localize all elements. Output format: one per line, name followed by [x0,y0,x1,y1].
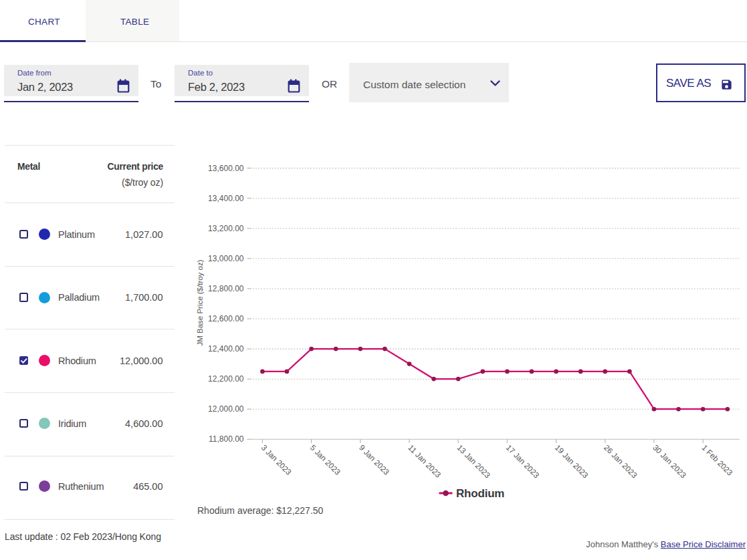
svg-text:1 Feb 2023: 1 Feb 2023 [700,443,734,477]
svg-text:Rhodium: Rhodium [456,487,504,500]
svg-text:12,400.00: 12,400.00 [208,344,244,354]
svg-text:5 Jan 2023: 5 Jan 2023 [309,443,342,476]
svg-text:12,000.00: 12,000.00 [208,404,244,414]
svg-text:12,800.00: 12,800.00 [208,284,244,293]
svg-text:12,200.00: 12,200.00 [208,374,244,384]
svg-text:JM Base Price ($/troy oz): JM Base Price ($/troy oz) [196,259,204,345]
svg-text:30 Jan 2023: 30 Jan 2023 [651,443,688,480]
svg-text:11,800.00: 11,800.00 [209,434,244,444]
svg-text:17 Jan 2023: 17 Jan 2023 [504,443,541,480]
svg-text:3 Jan 2023: 3 Jan 2023 [259,443,293,476]
svg-text:12,600.00: 12,600.00 [208,314,244,323]
svg-text:19 Jan 2023: 19 Jan 2023 [554,443,591,480]
svg-text:13 Jan 2023: 13 Jan 2023 [455,443,492,480]
svg-text:Rhodium average: $12,227.50: Rhodium average: $12,227.50 [197,505,324,516]
svg-text:13,000.00: 13,000.00 [208,254,244,263]
svg-text:13,200.00: 13,200.00 [208,224,244,233]
svg-text:13,400.00: 13,400.00 [208,194,244,203]
svg-text:9 Jan 2023: 9 Jan 2023 [358,443,391,476]
svg-text:26 Jan 2023: 26 Jan 2023 [603,443,639,480]
svg-text:11 Jan 2023: 11 Jan 2023 [407,443,443,479]
svg-text:13,600.00: 13,600.00 [208,164,244,173]
